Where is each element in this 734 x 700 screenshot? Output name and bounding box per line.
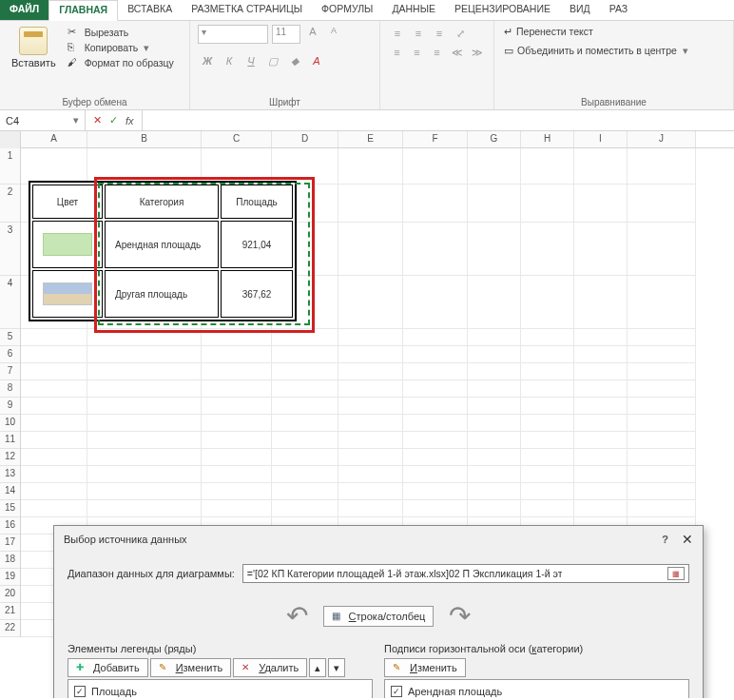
row-header[interactable]: 20	[0, 586, 20, 603]
range-picker-button[interactable]: ▦	[667, 567, 685, 580]
group-alignment-label: Выравнивание	[502, 97, 725, 109]
select-data-source-dialog: Выбор источника данных ? ✕ Диапазон данн…	[53, 525, 704, 698]
font-size-select[interactable]: 11	[272, 25, 300, 44]
cut-button[interactable]: Вырезать	[66, 25, 176, 40]
row-header[interactable]: 19	[0, 569, 20, 586]
row-header[interactable]: 3	[0, 223, 20, 276]
color-swatch-green	[43, 233, 92, 256]
checkbox-checked-icon[interactable]: ✓	[391, 686, 402, 697]
tab-view[interactable]: ВИД	[560, 0, 600, 20]
row-header[interactable]: 17	[0, 535, 20, 552]
bold-button[interactable]: Ж	[198, 55, 217, 74]
fill-color-button[interactable]: ◆	[285, 55, 304, 74]
paste-button[interactable]: Вставить	[8, 25, 60, 97]
increase-font-button[interactable]: A	[304, 26, 321, 43]
column-header[interactable]: D	[272, 131, 338, 147]
column-header[interactable]: A	[21, 131, 87, 147]
tab-insert[interactable]: ВСТАВКА	[118, 0, 182, 20]
row-header[interactable]: 13	[0, 466, 20, 483]
tab-file[interactable]: ФАЙЛ	[0, 0, 48, 20]
group-clipboard-label: Буфер обмена	[8, 97, 182, 109]
column-header[interactable]: E	[338, 131, 403, 147]
series-add-button[interactable]: Добавить	[68, 658, 148, 677]
indent-increase-button[interactable]: ≫	[468, 44, 486, 61]
name-box[interactable]: C4▾	[0, 110, 86, 130]
select-all-corner[interactable]	[0, 131, 21, 148]
series-list[interactable]: ✓Площадь	[68, 679, 373, 698]
align-bottom-button[interactable]: ≡	[430, 25, 449, 42]
wrap-text-button[interactable]: ↵Перенести текст	[502, 25, 725, 38]
categories-edit-button[interactable]: Изменить	[384, 658, 466, 677]
checkbox-checked-icon[interactable]: ✓	[74, 686, 86, 697]
column-header[interactable]: F	[403, 131, 468, 147]
row-header[interactable]: 7	[0, 363, 20, 380]
row-header[interactable]: 22	[0, 620, 20, 637]
underline-button[interactable]: Ч	[241, 55, 261, 74]
row-header[interactable]: 16	[0, 517, 20, 535]
row-header[interactable]: 10	[0, 415, 20, 432]
font-color-button[interactable]: A	[307, 55, 326, 74]
column-header[interactable]: G	[468, 131, 521, 147]
align-right-button[interactable]: ≡	[428, 44, 446, 61]
column-headers: ABCDEFGHIJ	[0, 131, 734, 148]
tab-more[interactable]: РАЗ	[600, 0, 638, 20]
series-delete-button[interactable]: Удалить	[233, 658, 307, 677]
series-move-up-button[interactable]: ▴	[309, 658, 326, 677]
tab-page-layout[interactable]: РАЗМЕТКА СТРАНИЦЫ	[182, 0, 312, 20]
series-move-down-button[interactable]: ▾	[328, 658, 345, 677]
column-header[interactable]: C	[202, 131, 272, 147]
help-button[interactable]: ?	[662, 534, 668, 545]
series-edit-button[interactable]: Изменить	[150, 658, 232, 677]
row-header[interactable]: 8	[0, 380, 20, 398]
align-center-button[interactable]: ≡	[408, 44, 426, 61]
tab-home[interactable]: ГЛАВНАЯ	[48, 0, 118, 21]
column-header[interactable]: I	[574, 131, 628, 147]
italic-button[interactable]: К	[220, 55, 239, 74]
switch-row-column-button[interactable]: Строка/столбец	[323, 606, 435, 627]
row-header[interactable]: 11	[0, 432, 20, 449]
row-header[interactable]: 1	[0, 148, 20, 185]
tab-formulas[interactable]: ФОРМУЛЫ	[312, 0, 382, 20]
align-top-button[interactable]: ≡	[388, 25, 407, 42]
confirm-edit-button[interactable]: ✓	[109, 114, 118, 126]
row-header[interactable]: 4	[0, 276, 20, 329]
legend-series-panel: Элементы легенды (ряды) Добавить Изменит…	[68, 643, 373, 698]
chart-data-range-input[interactable]: ='[02 КП Категории площадей 1-й этаж.xls…	[242, 564, 689, 583]
align-middle-button[interactable]: ≡	[409, 25, 428, 42]
format-painter-button[interactable]: Формат по образцу	[66, 55, 176, 70]
row-header[interactable]: 12	[0, 449, 20, 466]
tab-review[interactable]: РЕЦЕНЗИРОВАНИЕ	[445, 0, 560, 20]
chevron-down-icon: ▾	[73, 114, 79, 126]
row-header[interactable]: 21	[0, 603, 20, 620]
row-header[interactable]: 6	[0, 346, 20, 363]
column-header[interactable]: J	[628, 131, 696, 147]
cancel-edit-button[interactable]: ✕	[93, 114, 102, 126]
list-item[interactable]: ✓Арендная площадь	[391, 684, 683, 698]
series-item-0: Площадь	[91, 686, 137, 697]
merge-icon: ▭	[504, 45, 513, 56]
font-name-select[interactable]: ▾	[198, 25, 268, 44]
decrease-font-button[interactable]: A	[325, 26, 342, 43]
series-title: Элементы легенды (ряды)	[68, 643, 373, 654]
merge-center-button[interactable]: ▭Объединить и поместить в центре▾	[502, 44, 725, 57]
row-header[interactable]: 9	[0, 398, 20, 415]
align-left-button[interactable]: ≡	[388, 44, 406, 61]
row-header[interactable]: 18	[0, 552, 20, 569]
close-button[interactable]: ✕	[682, 532, 693, 547]
categories-list[interactable]: ✓Арендная площадь ✓Другая площадь	[384, 679, 689, 698]
borders-button[interactable]: ▢	[263, 55, 282, 74]
row-header[interactable]: 15	[0, 500, 20, 517]
column-header[interactable]: H	[521, 131, 574, 147]
list-item[interactable]: ✓Площадь	[74, 684, 366, 698]
copy-button[interactable]: Копировать▾	[66, 40, 176, 55]
row-header[interactable]: 5	[0, 329, 20, 346]
orientation-button[interactable]: ⤢	[451, 25, 470, 42]
column-header[interactable]: B	[87, 131, 202, 147]
row-header[interactable]: 14	[0, 483, 20, 500]
indent-decrease-button[interactable]: ≪	[448, 44, 466, 61]
tab-data[interactable]: ДАННЫЕ	[382, 0, 445, 20]
fx-button[interactable]: fx	[126, 115, 134, 126]
formula-input[interactable]	[143, 110, 734, 130]
arrow-left-icon: ↶	[286, 600, 308, 632]
row-header[interactable]: 2	[0, 185, 20, 223]
